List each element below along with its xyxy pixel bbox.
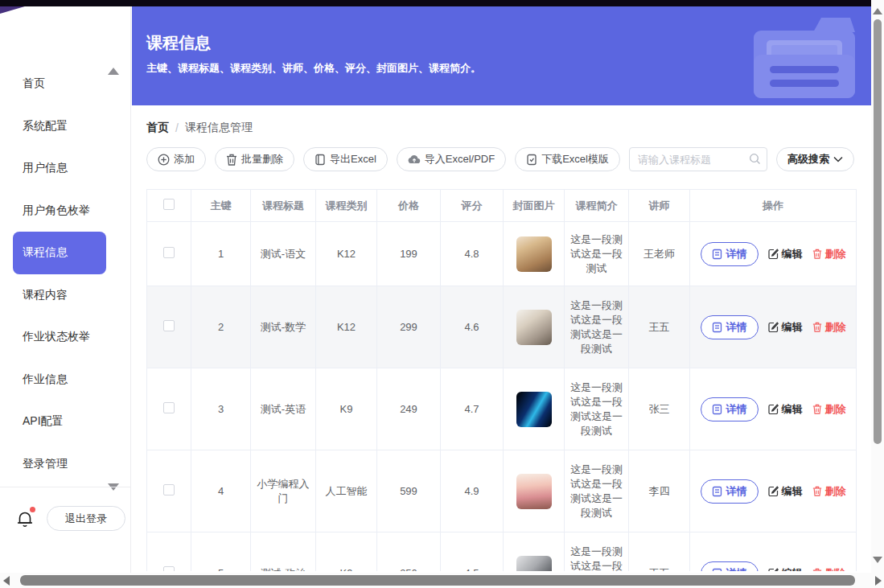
toolbar: 添加 批量删除 导出Excel 导入Excel/PDF 下载Excel (146, 147, 854, 171)
select-all-checkbox[interactable] (163, 199, 175, 210)
delete-label: 删除 (825, 247, 846, 261)
breadcrumb-home[interactable]: 首页 (146, 121, 169, 135)
export-document-icon (315, 154, 326, 166)
sidebar-item-api-config[interactable]: API配置 (0, 401, 130, 443)
add-button[interactable]: 添加 (146, 147, 206, 171)
cell-price: 249 (377, 368, 441, 450)
main-content: 课程信息 主键、课程标题、课程类别、讲师、价格、评分、封面图片、课程简介。 首页… (132, 6, 871, 571)
cell-summary: 这是一段测试这是一段测试这是一段测试 (565, 368, 629, 450)
notification-bell-icon[interactable] (16, 509, 34, 528)
sidebar-footer: 退出登录 (0, 487, 130, 549)
cell-category: K9 (316, 532, 377, 572)
export-excel-button[interactable]: 导出Excel (303, 147, 388, 171)
table-header-row: 主键 课程标题 课程类别 价格 评分 封面图片 课程简介 讲师 操作 (147, 190, 857, 222)
scrollbar-left-icon[interactable] (3, 576, 10, 586)
edit-label: 编辑 (782, 484, 803, 499)
row-checkbox[interactable] (163, 484, 175, 495)
add-button-label: 添加 (174, 152, 195, 167)
search-box (629, 147, 767, 171)
folder-illustration-icon (744, 8, 865, 104)
cover-image-cartoon-girl (516, 474, 552, 509)
delete-trash-icon (812, 486, 822, 496)
delete-button[interactable]: 删除 (812, 320, 846, 335)
table-row: 2 测试-数学 K12 299 4.6 这是一段测试这是一段测试这是一段测试 王… (147, 286, 857, 368)
horizontal-scrollbar-thumb[interactable] (20, 575, 855, 586)
sidebar: 首页 系统配置 用户信息 用户角色枚举 课程信息 课程内容 作业状态枚举 作业信… (0, 6, 131, 588)
sidebar-item-homework-status-enum[interactable]: 作业状态枚举 (0, 316, 130, 359)
detail-button[interactable]: 详情 (701, 242, 759, 266)
breadcrumb-current: 课程信息管理 (185, 121, 253, 135)
detail-document-icon (712, 568, 722, 572)
row-checkbox[interactable] (163, 320, 175, 331)
detail-document-icon (712, 404, 722, 415)
edit-pencil-icon (768, 322, 779, 332)
edit-pencil-icon (768, 404, 779, 414)
advanced-search-button[interactable]: 高级搜索 (776, 147, 854, 171)
delete-button[interactable]: 删除 (812, 566, 846, 572)
detail-label: 详情 (726, 247, 747, 261)
sidebar-item-course-info[interactable]: 课程信息 (13, 232, 106, 274)
cell-rating: 4.7 (441, 368, 504, 450)
sidebar-item-user-role-enum[interactable]: 用户角色枚举 (0, 190, 130, 232)
cell-title: 测试-语文 (251, 222, 316, 286)
sidebar-item-course-content[interactable]: 课程内容 (0, 274, 130, 317)
column-title: 课程标题 (251, 190, 316, 222)
course-table: 主键 课程标题 课程类别 价格 评分 封面图片 课程简介 讲师 操作 1 测试-… (146, 189, 857, 571)
sidebar-item-login-management[interactable]: 登录管理 (0, 443, 130, 486)
row-checkbox[interactable] (163, 247, 175, 258)
batch-delete-button[interactable]: 批量删除 (215, 147, 294, 171)
cell-rating: 4.6 (441, 286, 504, 368)
edit-button[interactable]: 编辑 (768, 402, 803, 417)
sidebar-item-user-info[interactable]: 用户信息 (0, 147, 130, 190)
cell-rating: 4.5 (441, 532, 504, 572)
import-excel-pdf-button[interactable]: 导入Excel/PDF (397, 147, 506, 171)
scrollbar-right-icon[interactable] (875, 576, 882, 586)
delete-button[interactable]: 删除 (812, 484, 846, 499)
scrollbar-down-icon[interactable] (873, 557, 882, 563)
download-excel-template-button[interactable]: 下载Excel模版 (515, 147, 620, 171)
vertical-scrollbar[interactable] (871, 0, 884, 573)
page-subtitle: 主键、课程标题、课程类别、讲师、价格、评分、封面图片、课程简介。 (146, 61, 481, 76)
delete-button[interactable]: 删除 (812, 402, 846, 417)
detail-button[interactable]: 详情 (701, 315, 759, 339)
column-rating: 评分 (441, 190, 504, 222)
cell-price: 299 (377, 286, 441, 368)
document-download-icon (526, 154, 537, 166)
delete-button[interactable]: 删除 (812, 247, 846, 261)
cell-title: 测试-政治 (251, 532, 316, 572)
row-checkbox[interactable] (163, 566, 175, 571)
cell-title: 小学编程入门 (251, 450, 316, 532)
cell-id: 3 (191, 368, 251, 450)
edit-label: 编辑 (782, 320, 803, 335)
edit-button[interactable]: 编辑 (768, 566, 803, 572)
breadcrumb: 首页 / 课程信息管理 (146, 121, 253, 135)
row-checkbox[interactable] (163, 402, 175, 413)
edit-button[interactable]: 编辑 (768, 247, 803, 261)
horizontal-scrollbar[interactable] (0, 573, 884, 588)
search-icon[interactable] (749, 153, 761, 165)
edit-label: 编辑 (782, 247, 803, 261)
sidebar-item-system-config[interactable]: 系统配置 (0, 105, 130, 148)
logout-button[interactable]: 退出登录 (47, 506, 125, 531)
delete-label: 删除 (825, 484, 846, 499)
edit-button[interactable]: 编辑 (768, 320, 803, 335)
cell-summary: 这是一段测试这是一段测试这是一段测试 (565, 450, 629, 532)
detail-button[interactable]: 详情 (701, 397, 759, 421)
cell-category: K12 (316, 222, 377, 286)
search-input[interactable] (629, 147, 767, 171)
sidebar-item-homework-info[interactable]: 作业信息 (0, 359, 130, 401)
cell-teacher: 王老师 (629, 222, 690, 286)
detail-button[interactable]: 详情 (701, 561, 759, 572)
delete-trash-icon (812, 322, 822, 332)
delete-label: 删除 (825, 566, 846, 572)
edit-button[interactable]: 编辑 (768, 484, 803, 499)
cell-id: 4 (191, 450, 251, 532)
delete-trash-icon (812, 249, 822, 259)
cell-category: K12 (316, 286, 377, 368)
scrollbar-up-icon[interactable] (873, 8, 882, 14)
vertical-scrollbar-thumb[interactable] (874, 19, 882, 444)
detail-button[interactable]: 详情 (701, 479, 759, 504)
download-excel-template-label: 下载Excel模版 (541, 152, 609, 167)
sidebar-scroll-up-icon[interactable] (108, 68, 119, 75)
header-select-all (147, 190, 191, 222)
